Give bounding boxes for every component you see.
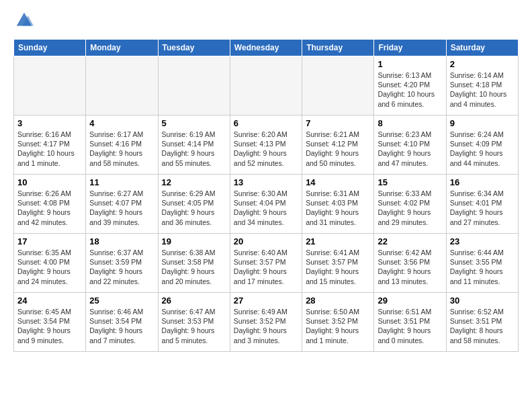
calendar-cell: 2Sunrise: 6:14 AM Sunset: 4:18 PM Daylig… [446, 56, 518, 116]
calendar-cell [230, 56, 302, 116]
day-number: 23 [450, 236, 515, 246]
day-number: 18 [89, 236, 154, 246]
calendar-cell: 8Sunrise: 6:23 AM Sunset: 4:10 PM Daylig… [374, 116, 446, 175]
day-number: 9 [450, 118, 515, 128]
calendar-cell: 27Sunrise: 6:49 AM Sunset: 3:52 PM Dayli… [230, 293, 302, 352]
day-number: 21 [306, 236, 370, 246]
day-number: 24 [17, 295, 82, 306]
day-info: Sunrise: 6:21 AM Sunset: 4:12 PM Dayligh… [306, 130, 370, 168]
calendar-cell: 7Sunrise: 6:21 AM Sunset: 4:12 PM Daylig… [302, 116, 374, 175]
day-number: 10 [17, 177, 82, 187]
calendar-cell: 17Sunrise: 6:35 AM Sunset: 4:00 PM Dayli… [14, 234, 86, 293]
calendar-cell: 9Sunrise: 6:24 AM Sunset: 4:09 PM Daylig… [446, 116, 518, 175]
day-number: 11 [89, 177, 154, 187]
calendar-cell: 14Sunrise: 6:31 AM Sunset: 4:03 PM Dayli… [302, 175, 374, 234]
day-number: 25 [89, 295, 154, 306]
calendar-cell: 6Sunrise: 6:20 AM Sunset: 4:13 PM Daylig… [230, 116, 302, 175]
calendar-cell: 25Sunrise: 6:46 AM Sunset: 3:54 PM Dayli… [86, 293, 158, 352]
day-info: Sunrise: 6:49 AM Sunset: 3:52 PM Dayligh… [234, 307, 298, 345]
logo-icon [15, 11, 34, 30]
calendar-cell: 18Sunrise: 6:37 AM Sunset: 3:59 PM Dayli… [86, 234, 158, 293]
day-info: Sunrise: 6:16 AM Sunset: 4:17 PM Dayligh… [17, 130, 82, 168]
day-info: Sunrise: 6:29 AM Sunset: 4:05 PM Dayligh… [162, 189, 226, 227]
day-info: Sunrise: 6:50 AM Sunset: 3:52 PM Dayligh… [306, 307, 370, 345]
calendar-cell: 29Sunrise: 6:51 AM Sunset: 3:51 PM Dayli… [374, 293, 446, 352]
calendar-cell: 15Sunrise: 6:33 AM Sunset: 4:02 PM Dayli… [374, 175, 446, 234]
calendar-cell: 13Sunrise: 6:30 AM Sunset: 4:04 PM Dayli… [230, 175, 302, 234]
calendar-cell: 20Sunrise: 6:40 AM Sunset: 3:57 PM Dayli… [230, 234, 302, 293]
day-info: Sunrise: 6:30 AM Sunset: 4:04 PM Dayligh… [234, 189, 298, 227]
day-number: 29 [378, 295, 442, 306]
col-header-monday: Monday [86, 40, 158, 56]
day-info: Sunrise: 6:51 AM Sunset: 3:51 PM Dayligh… [378, 307, 442, 345]
day-info: Sunrise: 6:44 AM Sunset: 3:55 PM Dayligh… [450, 248, 515, 286]
day-number: 12 [162, 177, 226, 187]
calendar-cell: 3Sunrise: 6:16 AM Sunset: 4:17 PM Daylig… [14, 116, 86, 175]
day-number: 14 [306, 177, 370, 187]
day-info: Sunrise: 6:33 AM Sunset: 4:02 PM Dayligh… [378, 189, 442, 227]
day-number: 30 [450, 295, 515, 306]
day-number: 8 [378, 118, 442, 128]
day-info: Sunrise: 6:46 AM Sunset: 3:54 PM Dayligh… [89, 307, 154, 345]
day-info: Sunrise: 6:31 AM Sunset: 4:03 PM Dayligh… [306, 189, 370, 227]
calendar-table: SundayMondayTuesdayWednesdayThursdayFrid… [13, 39, 519, 352]
day-info: Sunrise: 6:40 AM Sunset: 3:57 PM Dayligh… [234, 248, 298, 286]
day-number: 17 [17, 236, 82, 246]
calendar-cell: 12Sunrise: 6:29 AM Sunset: 4:05 PM Dayli… [158, 175, 230, 234]
calendar-cell: 19Sunrise: 6:38 AM Sunset: 3:58 PM Dayli… [158, 234, 230, 293]
day-number: 27 [234, 295, 298, 306]
col-header-thursday: Thursday [302, 40, 374, 56]
calendar-header-row: SundayMondayTuesdayWednesdayThursdayFrid… [14, 40, 519, 56]
day-number: 1 [378, 59, 442, 69]
day-info: Sunrise: 6:47 AM Sunset: 3:53 PM Dayligh… [162, 307, 226, 345]
calendar-cell: 4Sunrise: 6:17 AM Sunset: 4:16 PM Daylig… [86, 116, 158, 175]
col-header-tuesday: Tuesday [158, 40, 230, 56]
calendar-cell: 11Sunrise: 6:27 AM Sunset: 4:07 PM Dayli… [86, 175, 158, 234]
calendar-cell: 28Sunrise: 6:50 AM Sunset: 3:52 PM Dayli… [302, 293, 374, 352]
page: SundayMondayTuesdayWednesdayThursdayFrid… [0, 0, 532, 359]
day-info: Sunrise: 6:20 AM Sunset: 4:13 PM Dayligh… [234, 130, 298, 168]
col-header-friday: Friday [374, 40, 446, 56]
day-info: Sunrise: 6:45 AM Sunset: 3:54 PM Dayligh… [17, 307, 82, 345]
calendar-week-2: 3Sunrise: 6:16 AM Sunset: 4:17 PM Daylig… [14, 116, 519, 175]
day-info: Sunrise: 6:52 AM Sunset: 3:51 PM Dayligh… [450, 307, 515, 345]
calendar-week-4: 17Sunrise: 6:35 AM Sunset: 4:00 PM Dayli… [14, 234, 519, 293]
day-number: 4 [89, 118, 154, 128]
calendar-week-5: 24Sunrise: 6:45 AM Sunset: 3:54 PM Dayli… [14, 293, 519, 352]
day-number: 13 [234, 177, 298, 187]
calendar-cell: 21Sunrise: 6:41 AM Sunset: 3:57 PM Dayli… [302, 234, 374, 293]
day-info: Sunrise: 6:23 AM Sunset: 4:10 PM Dayligh… [378, 130, 442, 168]
day-info: Sunrise: 6:26 AM Sunset: 4:08 PM Dayligh… [17, 189, 82, 227]
header [13, 11, 519, 32]
calendar-cell [302, 56, 374, 116]
col-header-sunday: Sunday [14, 40, 86, 56]
day-info: Sunrise: 6:38 AM Sunset: 3:58 PM Dayligh… [162, 248, 226, 286]
col-header-wednesday: Wednesday [230, 40, 302, 56]
day-number: 22 [378, 236, 442, 246]
calendar-cell: 26Sunrise: 6:47 AM Sunset: 3:53 PM Dayli… [158, 293, 230, 352]
day-number: 19 [162, 236, 226, 246]
day-info: Sunrise: 6:41 AM Sunset: 3:57 PM Dayligh… [306, 248, 370, 286]
day-info: Sunrise: 6:37 AM Sunset: 3:59 PM Dayligh… [89, 248, 154, 286]
day-info: Sunrise: 6:14 AM Sunset: 4:18 PM Dayligh… [450, 71, 515, 109]
day-info: Sunrise: 6:24 AM Sunset: 4:09 PM Dayligh… [450, 130, 515, 168]
calendar-cell: 1Sunrise: 6:13 AM Sunset: 4:20 PM Daylig… [374, 56, 446, 116]
day-number: 7 [306, 118, 370, 128]
day-info: Sunrise: 6:17 AM Sunset: 4:16 PM Dayligh… [89, 130, 154, 168]
calendar-week-3: 10Sunrise: 6:26 AM Sunset: 4:08 PM Dayli… [14, 175, 519, 234]
day-number: 26 [162, 295, 226, 306]
day-number: 5 [162, 118, 226, 128]
calendar-cell: 23Sunrise: 6:44 AM Sunset: 3:55 PM Dayli… [446, 234, 518, 293]
day-info: Sunrise: 6:19 AM Sunset: 4:14 PM Dayligh… [162, 130, 226, 168]
day-number: 2 [450, 59, 515, 69]
day-info: Sunrise: 6:27 AM Sunset: 4:07 PM Dayligh… [89, 189, 154, 227]
calendar-cell: 24Sunrise: 6:45 AM Sunset: 3:54 PM Dayli… [14, 293, 86, 352]
calendar-week-1: 1Sunrise: 6:13 AM Sunset: 4:20 PM Daylig… [14, 56, 519, 116]
day-number: 16 [450, 177, 515, 187]
day-info: Sunrise: 6:13 AM Sunset: 4:20 PM Dayligh… [378, 71, 442, 109]
calendar-cell: 16Sunrise: 6:34 AM Sunset: 4:01 PM Dayli… [446, 175, 518, 234]
calendar-cell: 5Sunrise: 6:19 AM Sunset: 4:14 PM Daylig… [158, 116, 230, 175]
calendar-cell [86, 56, 158, 116]
calendar-cell [14, 56, 86, 116]
day-number: 20 [234, 236, 298, 246]
